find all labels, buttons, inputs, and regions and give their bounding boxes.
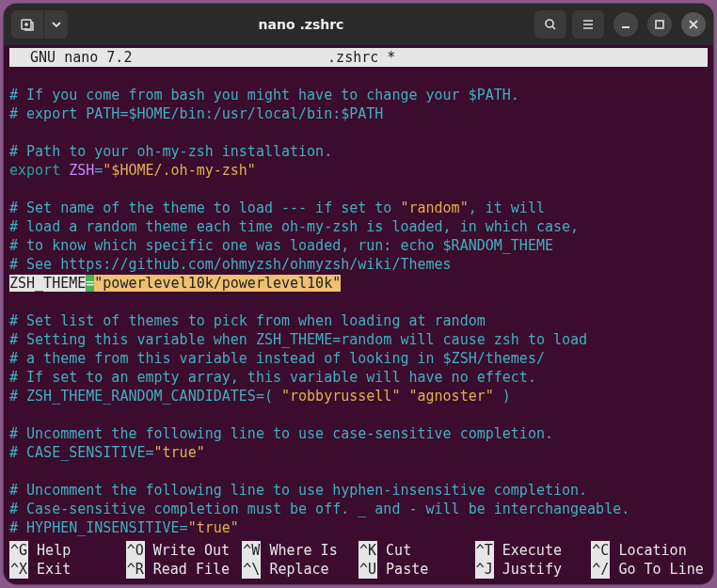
code-line: # Path to your oh-my-zsh installation.: [9, 143, 332, 160]
shortcut-help: ^G Help: [9, 541, 126, 560]
nano-filename: .zshrc *: [132, 48, 591, 67]
shortcut-execute: ^T Execute: [475, 541, 592, 560]
shortcut-location: ^C Location: [591, 541, 708, 560]
search-button[interactable]: [534, 10, 566, 39]
close-button[interactable]: [681, 12, 706, 37]
maximize-icon: [652, 17, 667, 32]
code-line: # CASE_SENSITIVE="true": [9, 444, 205, 461]
code-line: # Uncomment the following line to use ca…: [9, 425, 553, 442]
shortcut-justify: ^J Justify: [475, 560, 592, 579]
minimize-button[interactable]: [613, 12, 638, 37]
code-line: # to know which specific one was loaded,…: [9, 237, 553, 254]
code-line: # Setting this variable when ZSH_THEME=r…: [9, 331, 587, 348]
shortcut-exit: ^X Exit: [9, 560, 126, 579]
nano-version: GNU nano 7.2: [13, 48, 132, 67]
window-title: nano .zshrc: [73, 17, 529, 32]
new-tab-dropdown[interactable]: [43, 10, 68, 39]
shortcut-writeout: ^O Write Out: [126, 541, 243, 560]
editor-content[interactable]: # If you come from bash you might have t…: [9, 67, 708, 539]
shortcut-gotoline: ^/ Go To Line: [591, 560, 708, 579]
shortcut-readfile: ^R Read File: [126, 560, 243, 579]
svg-rect-2: [656, 21, 663, 28]
new-tab-group: [11, 10, 68, 39]
code-line: # If you come from bash you might have t…: [9, 87, 519, 103]
code-line: # load a random theme each time oh-my-zs…: [9, 218, 579, 235]
nano-statusbar: GNU nano 7.2 .zshrc *: [9, 48, 708, 67]
code-line: # ZSH_THEME_RANDOM_CANDIDATES=( "robbyru…: [9, 388, 511, 405]
hamburger-icon: [581, 17, 596, 32]
close-icon: [686, 17, 701, 32]
code-line: # See https://github.com/ohmyzsh/ohmyzsh…: [9, 256, 452, 273]
code-line: # a theme from this variable instead of …: [9, 350, 545, 367]
code-line: # export PATH=$HOME/bin:/usr/local/bin:$…: [9, 105, 383, 122]
minimize-icon: [618, 17, 633, 32]
search-icon: [543, 17, 558, 32]
nano-shortcuts: ^G Help ^O Write Out ^W Where Is ^K Cut …: [9, 539, 708, 579]
terminal-body[interactable]: GNU nano 7.2 .zshrc * # If you come from…: [4, 45, 713, 584]
code-line: # Set name of the theme to load --- if s…: [9, 199, 545, 216]
shortcut-cut: ^K Cut: [358, 541, 475, 560]
new-tab-icon: [20, 17, 35, 32]
code-line: # Set list of themes to pick from when l…: [9, 312, 486, 329]
code-line: # If set to an empty array, this variabl…: [9, 369, 536, 386]
code-line: export ZSH="$HOME/.oh-my-zsh": [9, 162, 256, 179]
terminal-window: nano .zshrc GNU nano 7.2 .zshrc * # If y…: [4, 4, 713, 584]
new-tab-button[interactable]: [11, 10, 43, 39]
shortcut-replace: ^\ Replace: [242, 560, 358, 579]
highlighted-line: ZSH_THEME="powerlevel10k/powerlevel10k": [9, 275, 341, 292]
shortcut-whereis: ^W Where Is: [242, 541, 358, 560]
code-line: # HYPHEN_INSENSITIVE="true": [9, 519, 239, 536]
svg-point-1: [546, 20, 553, 27]
titlebar: nano .zshrc: [4, 4, 713, 45]
code-line: # Case-sensitive completion must be off.…: [9, 501, 629, 517]
menu-button[interactable]: [572, 10, 604, 39]
maximize-button[interactable]: [647, 12, 672, 37]
shortcut-paste: ^U Paste: [358, 560, 475, 579]
code-line: # Uncomment the following line to use hy…: [9, 482, 587, 499]
chevron-down-icon: [49, 17, 64, 32]
